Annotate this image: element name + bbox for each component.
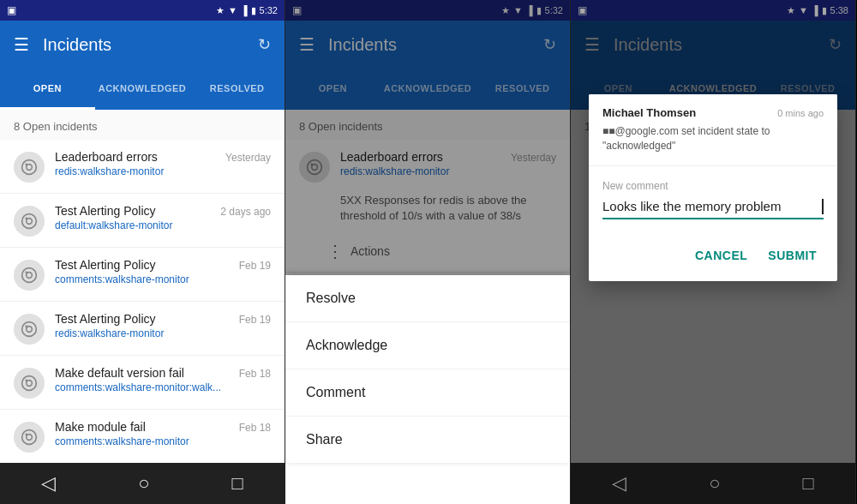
tab-open-1[interactable]: OPEN <box>0 69 95 110</box>
status-icons-left: ▣ <box>7 4 16 16</box>
signal-icon-2: ▣ <box>292 4 302 16</box>
toolbar-1: ☰ Incidents ↻ <box>0 21 285 69</box>
status-bar-1: ▣ ★ ▼ ▐ ▮ 5:32 <box>0 0 285 21</box>
expanded-incident-name: Leaderboard errors <box>340 150 504 164</box>
list-item[interactable]: Make default version fail comments:walks… <box>0 356 285 410</box>
app-title-1: Incidents <box>43 35 244 55</box>
action-share[interactable]: Share <box>285 417 570 463</box>
svg-point-16 <box>27 435 33 441</box>
list-item[interactable]: Test Alerting Policy default:walkshare-m… <box>0 194 285 248</box>
bottom-nav-1: ◁ ○ □ <box>0 463 285 504</box>
incident-body: Test Alerting Policy redis:walkshare-mon… <box>55 312 232 339</box>
tab-open-2[interactable]: OPEN <box>285 69 381 110</box>
incident-name: Make module fail <box>55 420 232 434</box>
svg-point-12 <box>22 376 37 391</box>
toolbar-2: ☰ Incidents ↻ <box>285 21 570 69</box>
notif-author-name: Michael Thomsen <box>602 106 696 119</box>
wifi-icon-2: ▼ <box>513 5 523 15</box>
incident-date: Feb 18 <box>239 422 271 434</box>
status-time-2: 5:32 <box>545 5 563 15</box>
tab-resolved-2[interactable]: RESOLVED <box>475 69 570 110</box>
incident-icon <box>14 368 45 399</box>
action-resolve[interactable]: Resolve <box>285 275 570 322</box>
battery-icon: ▮ <box>251 5 256 16</box>
comment-label: New comment <box>602 180 824 192</box>
dialog-actions: CANCEL SUBMIT <box>589 233 837 281</box>
comment-input-row[interactable]: Looks like the memory problem <box>602 199 824 219</box>
back-icon-1[interactable]: ◁ <box>41 472 56 495</box>
svg-point-1 <box>27 165 33 171</box>
signal-bars-icon-2: ▐ <box>526 5 533 15</box>
svg-point-2 <box>25 163 27 165</box>
menu-icon-2[interactable]: ☰ <box>299 34 315 55</box>
incident-icon <box>14 206 45 237</box>
incident-list-2: 8 Open incidents Leaderboard errors redi… <box>285 110 570 298</box>
incident-sub: redis:walkshare-monitor <box>55 327 232 339</box>
panel-3: ▣ ★ ▼ ▐ ▮ 5:38 ☰ Incidents ↻ OPEN ACKNOW… <box>571 0 856 504</box>
dialog-body: New comment Looks like the memory proble… <box>589 166 837 233</box>
incident-sub: default:walkshare-monitor <box>55 219 213 231</box>
submit-button[interactable]: SUBMIT <box>761 243 824 267</box>
list-item[interactable]: Test Alerting Policy comments:walkshare-… <box>0 248 285 302</box>
incident-name: Leaderboard errors <box>55 150 219 164</box>
expanded-incident-date: Yesterday <box>511 152 556 164</box>
notif-text: ■■@google.com set incident state to "ack… <box>602 124 824 153</box>
incident-body: Make module fail comments:walkshare-moni… <box>55 420 232 447</box>
tab-resolved-1[interactable]: RESOLVED <box>189 69 285 110</box>
text-cursor <box>822 199 824 214</box>
dialog-overlay: Michael Thomsen 0 mins ago ■■@google.com… <box>571 0 855 504</box>
dialog-notification: Michael Thomsen 0 mins ago ■■@google.com… <box>589 94 837 166</box>
list-item[interactable]: Test Alerting Policy redis:walkshare-mon… <box>0 302 285 356</box>
incident-list-1: 8 Open incidents Leaderboard errors redi… <box>0 110 285 463</box>
action-acknowledge[interactable]: Acknowledge <box>285 322 570 369</box>
incident-sub: comments:walkshare-monitor <box>55 273 232 285</box>
svg-point-17 <box>25 433 27 435</box>
incident-date: Feb 19 <box>239 314 271 326</box>
incident-name: Make default version fail <box>55 366 232 380</box>
svg-point-6 <box>22 268 37 283</box>
cancel-button[interactable]: CANCEL <box>688 243 754 267</box>
list-item[interactable]: Leaderboard errors redis:walkshare-monit… <box>0 140 285 194</box>
incident-sub: comments:walkshare-monitor:walk... <box>55 381 232 393</box>
svg-point-20 <box>310 163 313 165</box>
star-icon: ★ <box>216 5 225 16</box>
incident-sub: comments:walkshare-monitor <box>55 435 232 447</box>
status-time-1: 5:32 <box>260 5 278 15</box>
incident-sub: redis:walkshare-monitor <box>55 165 219 177</box>
actions-label: Actions <box>351 244 390 258</box>
svg-point-7 <box>27 273 33 279</box>
actions-dots-icon: ⋮ <box>327 241 344 261</box>
notif-time: 0 mins ago <box>777 108 824 118</box>
expanded-incident-sub: redis:walkshare-monitor <box>340 165 504 177</box>
refresh-icon-2[interactable]: ↻ <box>543 35 556 54</box>
svg-point-15 <box>22 430 37 445</box>
comment-dialog: Michael Thomsen 0 mins ago ■■@google.com… <box>589 94 837 281</box>
menu-icon-1[interactable]: ☰ <box>14 34 29 55</box>
svg-point-4 <box>27 219 33 225</box>
incident-icon <box>14 260 45 291</box>
action-menu: Resolve Acknowledge Comment Share <box>285 275 570 463</box>
star-icon-2: ★ <box>501 5 510 16</box>
tab-acknowledged-2[interactable]: ACKNOWLEDGED <box>381 69 476 110</box>
incident-body: Test Alerting Policy comments:walkshare-… <box>55 258 232 285</box>
refresh-icon-1[interactable]: ↻ <box>258 35 271 54</box>
list-item[interactable]: Make module fail comments:walkshare-moni… <box>0 410 285 463</box>
tab-acknowledged-1[interactable]: ACKNOWLEDGED <box>95 69 190 110</box>
incident-date: Feb 18 <box>239 368 271 380</box>
expanded-incident[interactable]: Leaderboard errors redis:walkshare-monit… <box>285 140 570 273</box>
incident-icon <box>14 422 45 453</box>
incident-icon <box>14 152 45 183</box>
action-comment[interactable]: Comment <box>285 369 570 417</box>
panel-1: ▣ ★ ▼ ▐ ▮ 5:32 ☰ Incidents ↻ OPEN ACKNOW… <box>0 0 285 504</box>
incident-body: Leaderboard errors redis:walkshare-monit… <box>55 150 219 177</box>
recents-icon-1[interactable]: □ <box>232 472 243 495</box>
svg-point-3 <box>22 214 37 229</box>
incident-actions-row: ⋮ Actions <box>285 234 570 272</box>
incident-date: 2 days ago <box>220 206 271 218</box>
section-header-1: 8 Open incidents <box>0 110 285 140</box>
status-icons-right: ★ ▼ ▐ ▮ 5:32 <box>216 5 278 16</box>
svg-point-0 <box>22 160 37 175</box>
home-icon-1[interactable]: ○ <box>138 472 149 495</box>
incident-icon-expanded <box>299 152 330 183</box>
comment-input-text[interactable]: Looks like the memory problem <box>602 199 822 213</box>
